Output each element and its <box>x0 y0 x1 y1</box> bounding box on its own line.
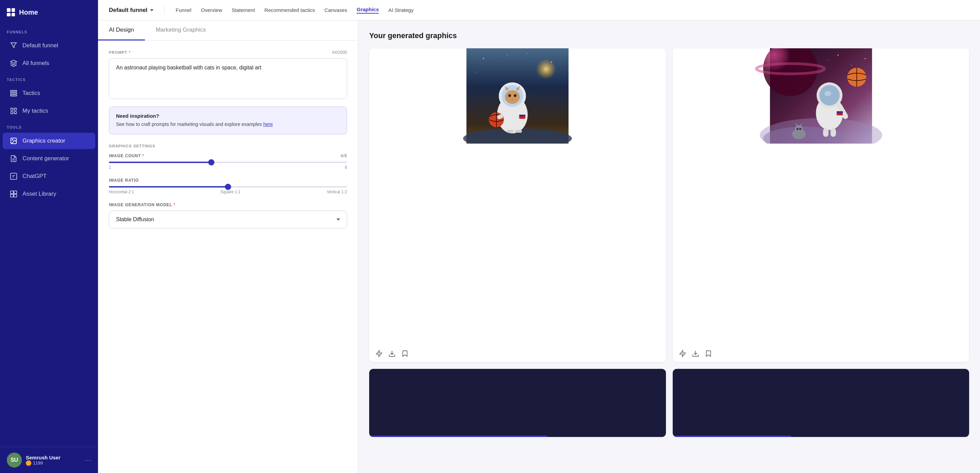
svg-rect-36 <box>507 130 514 133</box>
prompt-label-text: PROMPT <box>109 50 127 54</box>
svg-point-19 <box>483 58 484 59</box>
slider-fill <box>109 162 211 163</box>
download-btn-1[interactable] <box>388 350 396 357</box>
slider-track <box>109 162 347 163</box>
astronaut-space-svg <box>673 48 969 143</box>
inspiration-link[interactable]: here <box>263 121 273 127</box>
image-ratio-row: IMAGE RATIO Horizontal 2:1 Square 1:1 Ve… <box>109 178 347 194</box>
topnav-link-statement[interactable]: Statement <box>232 7 255 13</box>
svg-point-29 <box>508 94 511 97</box>
chevron-down-icon <box>150 9 153 11</box>
svg-point-58 <box>795 125 803 134</box>
regenerate-btn-1[interactable] <box>375 350 383 357</box>
coin-icon <box>26 460 31 466</box>
sidebar-item-graphics-creator[interactable]: Graphics creator <box>3 133 95 149</box>
svg-point-62 <box>799 128 801 130</box>
svg-rect-3 <box>11 95 17 96</box>
prompt-textarea[interactable]: An astronaut playing basketball with cat… <box>109 58 347 99</box>
bookmark-btn-1[interactable] <box>401 350 409 357</box>
sidebar-item-tactics[interactable]: Tactics <box>3 85 95 101</box>
regenerate-btn-2[interactable] <box>679 350 686 357</box>
ratio-left: Horizontal 2:1 <box>109 190 134 194</box>
svg-rect-16 <box>14 194 17 197</box>
topnav-link-ai-strategy[interactable]: AI Strategy <box>388 7 414 13</box>
svg-rect-5 <box>14 108 16 110</box>
sidebar-item-chatgpt[interactable]: ChatGPT <box>3 168 95 185</box>
image-ratio-label: IMAGE RATIO <box>109 178 347 183</box>
funnel-name: Default funnel <box>109 7 147 14</box>
tactics-icon <box>10 89 18 97</box>
svg-point-45 <box>851 65 852 66</box>
graphics-grid <box>369 48 969 437</box>
user-info: Semrush User 1199 <box>26 455 80 466</box>
inspiration-box: Need inspiration? See how to craft promp… <box>109 107 347 134</box>
svg-rect-2 <box>11 92 17 94</box>
graphic-card-3 <box>369 369 666 437</box>
inspiration-text: See how to craft prompts for marketing v… <box>116 121 340 128</box>
sidebar-home-item[interactable]: Home <box>0 0 98 24</box>
download-btn-2[interactable] <box>692 350 699 357</box>
slider-fill <box>109 186 228 188</box>
all-funnels-label: All funnels <box>22 60 49 67</box>
coin-count: 1199 <box>33 460 43 465</box>
image-count-slider[interactable] <box>109 162 347 163</box>
tab-ai-design[interactable]: AI Design <box>98 21 145 40</box>
sidebar-item-all-funnels[interactable]: All funnels <box>3 55 95 72</box>
slider-thumb[interactable] <box>225 184 231 190</box>
topnav-link-graphics[interactable]: Graphics <box>356 6 379 14</box>
svg-point-46 <box>865 58 865 59</box>
model-value: Stable Diffusion <box>116 217 154 223</box>
asset-library-label: Asset Library <box>22 191 56 197</box>
graphic-image-4 <box>673 369 969 437</box>
left-panel: AI Design Marketing Graphics PROMPT * 64… <box>98 21 358 473</box>
svg-point-30 <box>514 94 517 97</box>
slider-min: 1 <box>109 165 111 170</box>
cat-astronaut-svg <box>369 48 666 143</box>
sidebar-item-default-funnel[interactable]: Default funnel <box>3 37 95 54</box>
image-count-label: IMAGE COUNT * 4/8 <box>109 153 347 158</box>
right-panel: Your generated graphics <box>358 21 980 473</box>
image-count-row: IMAGE COUNT * 4/8 1 <box>109 153 347 170</box>
svg-rect-1 <box>11 91 17 92</box>
graphic-actions-1 <box>369 345 666 362</box>
sidebar: Home FUNNELS Default funnel All funnels … <box>0 0 98 473</box>
sidebar-item-content-generator[interactable]: Content generator <box>3 150 95 167</box>
main-content: Default funnel Funnel Overview Statement… <box>98 0 980 473</box>
coins-display: 1199 <box>26 460 80 466</box>
topnav-link-canvases[interactable]: Canvases <box>325 7 347 13</box>
graphic-image-3 <box>369 369 666 437</box>
my-tactics-label: My tactics <box>22 108 48 114</box>
svg-point-23 <box>476 72 477 72</box>
home-label: Home <box>19 8 38 16</box>
graphic-card-4 <box>673 369 969 437</box>
model-dropdown[interactable]: Stable Diffusion <box>109 211 347 228</box>
funnel-selector[interactable]: Default funnel <box>109 7 153 14</box>
model-label: IMAGE GENERATION MODEL * <box>109 202 347 207</box>
user-menu-button[interactable]: ⋯ <box>84 456 91 464</box>
home-grid-icon <box>7 8 15 16</box>
svg-marker-0 <box>11 60 17 63</box>
svg-point-47 <box>827 60 828 61</box>
topnav-link-funnel[interactable]: Funnel <box>176 7 191 13</box>
topnav-links: Funnel Overview Statement Recommended ta… <box>176 6 969 14</box>
sidebar-item-asset-library[interactable]: Asset Library <box>3 186 95 202</box>
my-tactics-icon <box>10 107 18 115</box>
ratio-center: Square 1:1 <box>221 190 240 194</box>
svg-rect-15 <box>11 194 13 197</box>
settings-title: GRAPHICS SETTINGS <box>109 144 347 148</box>
default-funnel-icon <box>10 41 18 50</box>
bookmark-btn-2[interactable] <box>705 350 712 357</box>
svg-rect-4 <box>11 108 13 110</box>
tab-marketing-graphics[interactable]: Marketing Graphics <box>145 21 217 40</box>
content-generator-icon <box>10 154 18 162</box>
slider-labels: 1 8 <box>109 165 347 170</box>
svg-rect-39 <box>519 115 525 116</box>
topnav-link-overview[interactable]: Overview <box>201 7 222 13</box>
slider-thumb[interactable] <box>208 159 215 166</box>
svg-marker-40 <box>376 350 382 356</box>
form-area: PROMPT * 64/2000 An astronaut playing ba… <box>98 40 358 246</box>
topnav-link-recommended-tactics[interactable]: Recommended tactics <box>264 7 315 13</box>
image-ratio-slider[interactable] <box>109 186 347 188</box>
sidebar-item-my-tactics[interactable]: My tactics <box>3 103 95 119</box>
graphic-card-1 <box>369 48 666 362</box>
